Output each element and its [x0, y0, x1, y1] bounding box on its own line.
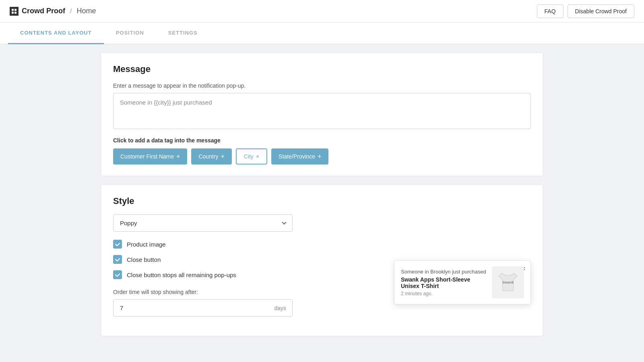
content-area: Message Enter a message to appear in the…	[101, 44, 543, 352]
tab-settings[interactable]: SETTINGS	[156, 23, 210, 44]
checkbox-product-image-label: Product image	[127, 241, 166, 248]
tag-country-label: Country	[198, 153, 218, 160]
checkmark-icon-2	[115, 257, 120, 262]
message-field-label: Enter a message to appear in the notific…	[113, 82, 531, 89]
disable-crowd-proof-button[interactable]: Disable Crowd Proof	[568, 4, 634, 18]
popup-preview: × Someone in Brooklyn just purchased Swa…	[394, 260, 531, 304]
checkbox-close-button-label: Close button	[127, 256, 161, 263]
tag-customer-first-name[interactable]: Customer First Name +	[113, 148, 187, 165]
days-input[interactable]	[113, 299, 293, 317]
tag-country[interactable]: Country +	[191, 148, 231, 165]
main-content: Message Enter a message to appear in the…	[93, 44, 551, 352]
checkbox-close-button-stops-label: Close button stops all remaining pop-ups	[127, 272, 236, 278]
message-title: Message	[113, 64, 531, 74]
brand-name: Crowd Proof	[22, 7, 65, 15]
header-right: FAQ Disable Crowd Proof	[537, 4, 634, 18]
svg-rect-1	[14, 9, 17, 11]
tab-contents-and-layout[interactable]: CONTENTS AND LAYOUT	[8, 23, 104, 44]
popup-text: Someone in Brooklyn just purchased Swank…	[401, 269, 486, 296]
breadcrumb-page: Home	[76, 7, 96, 15]
tag-customer-first-name-plus-icon: +	[176, 153, 180, 160]
svg-rect-2	[12, 12, 14, 14]
checkbox-product-image-box	[113, 240, 122, 249]
breadcrumb-sep: /	[70, 8, 72, 15]
tag-city-x-icon: ×	[256, 153, 259, 160]
tabs-container: CONTENTS AND LAYOUT POSITION SETTINGS	[0, 23, 644, 44]
tag-city-label: City	[244, 153, 254, 160]
days-input-wrapper: days	[113, 299, 293, 317]
message-textarea[interactable]: Someone in {{city}} just purchased	[113, 93, 531, 129]
popup-time: 2 minutes ago.	[401, 291, 486, 296]
logo-icon	[10, 7, 19, 16]
message-card: Message Enter a message to appear in the…	[101, 52, 543, 176]
tag-state-province[interactable]: State/Province +	[271, 148, 328, 165]
svg-rect-0	[12, 9, 14, 11]
style-title: Style	[113, 196, 531, 206]
faq-button[interactable]: FAQ	[537, 4, 564, 18]
checkbox-close-button-stops-box	[113, 270, 122, 279]
tag-buttons: Customer First Name + Country + City × S…	[113, 148, 531, 165]
checkmark-icon-3	[115, 272, 120, 278]
svg-rect-3	[14, 12, 17, 14]
header-left: Crowd Proof / Home	[10, 7, 96, 16]
popup-location-text: Someone in Brooklyn just purchased	[401, 269, 486, 275]
popup-product-name: Swank Apps Short-Sleeve Unisex T-Shirt	[401, 276, 486, 289]
days-suffix-label: days	[274, 305, 286, 311]
tabs: CONTENTS AND LAYOUT POSITION SETTINGS	[0, 23, 644, 44]
style-card: Style Poppy Modern Classic Minimal Produ…	[101, 184, 543, 336]
tag-city[interactable]: City ×	[236, 148, 267, 165]
checkbox-product-image[interactable]: Product image	[113, 240, 531, 249]
swank-label: Swank	[502, 280, 514, 284]
data-tag-label: Click to add a data tag into the message	[113, 137, 531, 144]
checkmark-icon	[115, 241, 120, 247]
tag-country-plus-icon: +	[221, 153, 224, 160]
tag-state-province-label: State/Province	[279, 153, 315, 160]
popup-content: Someone in Brooklyn just purchased Swank…	[401, 266, 524, 298]
checkbox-close-button-box	[113, 255, 122, 264]
header: Crowd Proof / Home FAQ Disable Crowd Pro…	[0, 0, 644, 23]
tab-position[interactable]: POSITION	[104, 23, 156, 44]
tag-customer-first-name-label: Customer First Name	[120, 153, 174, 160]
style-dropdown[interactable]: Poppy Modern Classic Minimal	[113, 214, 293, 232]
popup-image: Swank	[492, 266, 524, 298]
tag-state-province-plus-icon: +	[318, 153, 321, 160]
